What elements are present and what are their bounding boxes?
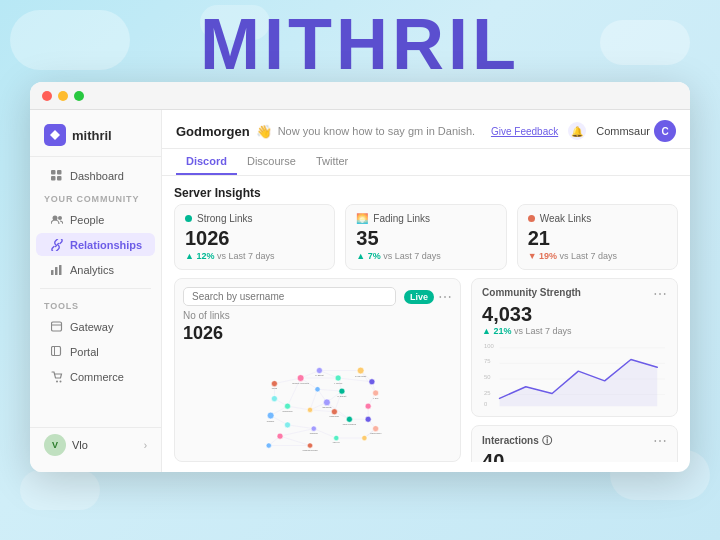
svg-line-45 xyxy=(280,436,310,445)
svg-point-83 xyxy=(346,416,352,422)
svg-point-94 xyxy=(362,435,367,440)
sidebar-item-label: Commerce xyxy=(70,371,124,383)
feedback-link[interactable]: Give Feedback xyxy=(491,126,558,137)
user-name: Commsaur xyxy=(596,125,650,137)
svg-text:J. Bar: J. Bar xyxy=(373,397,379,399)
svg-point-70 xyxy=(373,390,379,396)
tab-discourse[interactable]: Discourse xyxy=(237,149,306,175)
no-links-label: No of links xyxy=(183,310,452,321)
maximize-dot[interactable] xyxy=(74,91,84,101)
svg-point-88 xyxy=(285,422,291,428)
notification-icon[interactable]: 🔔 xyxy=(568,122,586,140)
svg-line-27 xyxy=(318,389,342,391)
interactions-title: Interactions ⓘ xyxy=(482,434,551,448)
strong-links-value: 1026 xyxy=(185,227,324,250)
svg-point-78 xyxy=(307,407,312,412)
svg-point-69 xyxy=(369,379,375,385)
metric-strong-links: Strong Links 1026 ▲ 12% vs Last 7 days xyxy=(174,204,335,270)
header-right: Give Feedback 🔔 Commsaur C xyxy=(491,120,676,142)
strong-dot xyxy=(185,215,192,222)
svg-point-5 xyxy=(58,216,62,220)
user-badge[interactable]: Commsaur C xyxy=(596,120,676,142)
svg-text:75: 75 xyxy=(484,358,490,364)
svg-point-15 xyxy=(59,380,61,382)
sidebar-item-label: Dashboard xyxy=(70,170,124,182)
svg-text:E. Barrett: E. Barrett xyxy=(338,395,347,397)
sidebar-item-gateway[interactable]: Gateway xyxy=(36,315,155,338)
sidebar-item-dashboard[interactable]: Dashboard xyxy=(36,164,155,187)
search-input[interactable] xyxy=(183,287,396,306)
strong-links-label: Strong Links xyxy=(185,213,324,224)
right-panel: Community Strength ⋯ 4,033 ▲ 21% vs Last… xyxy=(471,278,678,462)
svg-line-42 xyxy=(288,425,314,429)
svg-point-89 xyxy=(311,426,316,431)
community-section-label: YOUR COMMUNITY xyxy=(30,188,161,207)
svg-rect-8 xyxy=(55,267,58,275)
sidebar-item-label: Analytics xyxy=(70,264,114,276)
svg-text:25: 25 xyxy=(484,390,490,396)
interactions-menu[interactable]: ⋯ xyxy=(653,434,667,448)
weak-dot xyxy=(528,215,535,222)
metrics-row: Strong Links 1026 ▲ 12% vs Last 7 days 🌅 xyxy=(174,204,678,270)
svg-line-53 xyxy=(334,391,342,412)
svg-text:purdy.suzanne: purdy.suzanne xyxy=(343,423,357,425)
close-dot[interactable] xyxy=(42,91,52,101)
two-col: Live ⋯ No of links 1026 H. Barnetibrahim… xyxy=(174,278,678,462)
sidebar-item-relationships[interactable]: Relationships xyxy=(36,233,155,256)
svg-text:mbashirian: mbashirian xyxy=(283,410,293,412)
fading-links-value: 35 xyxy=(356,227,495,250)
logo-icon xyxy=(44,124,66,146)
community-strength-value: 4,033 xyxy=(482,303,667,326)
graph-menu-button[interactable]: ⋯ xyxy=(438,290,452,304)
svg-text:sleeperik: sleeperik xyxy=(310,432,319,434)
grid-icon xyxy=(50,169,63,182)
sidebar-item-commerce[interactable]: Commerce xyxy=(36,365,155,388)
sidebar-item-label: People xyxy=(70,214,104,226)
main-content: Godmorgen 👋 Now you know how to say gm i… xyxy=(162,110,690,472)
greeting-text: Godmorgen xyxy=(176,124,250,139)
big-title: MITHRIL xyxy=(200,8,520,80)
sidebar-item-people[interactable]: People xyxy=(36,208,155,231)
weak-links-value: 21 xyxy=(528,227,667,250)
tab-discord[interactable]: Discord xyxy=(176,149,237,175)
svg-text:simon51: simon51 xyxy=(267,420,276,422)
header-greeting: Godmorgen 👋 Now you know how to say gm i… xyxy=(176,124,475,139)
svg-point-66 xyxy=(315,387,320,392)
no-links-value: 1026 xyxy=(183,323,452,344)
metric-weak-links: Weak Links 21 ▼ 19% vs Last 7 days xyxy=(517,204,678,270)
svg-text:MarkMarson: MarkMarson xyxy=(370,432,381,435)
svg-point-97 xyxy=(266,443,271,448)
community-strength-card: Community Strength ⋯ 4,033 ▲ 21% vs Last… xyxy=(471,278,678,417)
tab-twitter[interactable]: Twitter xyxy=(306,149,358,175)
svg-text:sunk8: sunk8 xyxy=(272,387,278,389)
svg-text:R. Baynham: R. Baynham xyxy=(355,375,367,377)
link-icon xyxy=(50,238,63,251)
svg-point-62 xyxy=(357,367,364,374)
minimize-dot[interactable] xyxy=(58,91,68,101)
community-strength-menu[interactable]: ⋯ xyxy=(653,287,667,301)
sidebar-item-analytics[interactable]: Analytics xyxy=(36,258,155,281)
sidebar-item-portal[interactable]: Portal xyxy=(36,340,155,363)
svg-line-52 xyxy=(310,389,318,410)
svg-text:50: 50 xyxy=(484,374,491,380)
sidebar-footer-expand[interactable]: › xyxy=(144,440,147,451)
logo-text: mithril xyxy=(72,128,112,143)
svg-line-43 xyxy=(280,429,314,437)
fading-links-label: 🌅 Fading Links xyxy=(356,213,495,224)
svg-point-76 xyxy=(285,403,291,409)
sidebar-footer-name: Vlo xyxy=(72,439,88,451)
sidebar-item-label: Portal xyxy=(70,346,99,358)
svg-text:100: 100 xyxy=(484,343,494,349)
svg-point-85 xyxy=(365,416,371,422)
strong-links-change: ▲ 12% vs Last 7 days xyxy=(185,251,324,261)
live-badge: Live xyxy=(404,290,434,304)
svg-line-36 xyxy=(310,410,334,412)
svg-point-14 xyxy=(56,380,58,382)
svg-point-64 xyxy=(271,381,277,387)
svg-text:ibrahim Amoussou: ibrahim Amoussou xyxy=(292,382,309,384)
svg-point-92 xyxy=(334,435,339,440)
gateway-icon xyxy=(50,320,63,333)
sidebar-item-label: Gateway xyxy=(70,321,113,333)
server-insights-section: Server Insights Strong Links 1026 ▲ 12% … xyxy=(174,186,678,270)
sidebar: mithril Dashboard YOUR COMMUNITY xyxy=(30,110,162,472)
